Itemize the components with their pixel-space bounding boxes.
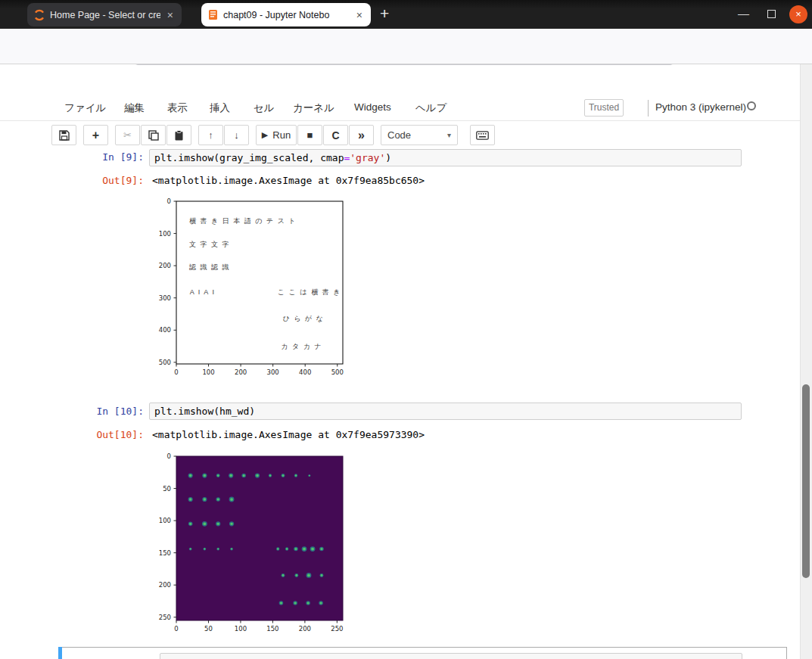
input-prompt: In [10]: — [58, 406, 144, 417]
svg-text:200: 200 — [299, 625, 311, 633]
move-cell-up-button[interactable]: ↑ — [198, 125, 223, 145]
svg-text:400: 400 — [299, 368, 311, 376]
svg-text:200: 200 — [159, 581, 171, 589]
selected-cell[interactable] — [58, 647, 787, 659]
svg-text:50: 50 — [204, 625, 213, 633]
svg-text:横 書 き 日 本 語 の テ ス ト: 横 書 き 日 本 語 の テ ス ト — [189, 217, 297, 225]
cell-type-dropdown[interactable]: Code ▾ — [381, 125, 458, 145]
svg-text:250: 250 — [159, 614, 171, 621]
menu-insert[interactable]: 挿入 — [210, 101, 230, 115]
svg-text:100: 100 — [235, 625, 247, 633]
menu-cell[interactable]: セル — [254, 101, 275, 115]
restart-run-all-button[interactable]: » — [349, 125, 374, 145]
trusted-badge: Trusted — [584, 99, 624, 117]
output-text: <matplotlib.image.AxesImage at 0x7f9ea85… — [152, 175, 425, 186]
add-cell-button[interactable]: + — [83, 125, 108, 145]
paste-icon — [174, 130, 184, 141]
cut-cell-button[interactable]: ✂ — [115, 125, 140, 145]
new-tab-button[interactable]: + — [380, 5, 389, 23]
svg-text:0: 0 — [174, 368, 178, 376]
copy-cell-button[interactable] — [141, 125, 166, 145]
selected-cell-indicator — [58, 647, 62, 659]
chevron-down-icon: ▾ — [447, 131, 451, 139]
browser-tab-notebook[interactable]: chapt09 - Jupyter Notebo × — [201, 3, 371, 26]
output-prompt: Out[9]: — [58, 175, 144, 186]
matplotlib-figure-heatmap: 050100150200250050100150200250 — [151, 451, 350, 642]
svg-text:150: 150 — [159, 549, 171, 557]
code-input[interactable]: plt.imshow(gray_img_scaled, cmap='gray') — [149, 149, 742, 166]
browser-navbar: localhost:8888/notebooks/chapt09.ipynb ☆… — [0, 29, 812, 64]
menu-file[interactable]: ファイル — [64, 101, 106, 115]
menu-kernel[interactable]: カーネル — [293, 101, 334, 115]
run-button[interactable]: ▶ Run — [256, 125, 297, 145]
notebook-tab-icon — [207, 9, 219, 20]
menu-view[interactable]: 表示 — [167, 101, 188, 115]
code-input[interactable]: plt.imshow(hm_wd) — [149, 403, 742, 420]
browser-tab-home[interactable]: Home Page - Select or cre × — [27, 3, 182, 26]
plus-icon: + — [92, 129, 99, 142]
svg-text:300: 300 — [159, 294, 171, 302]
svg-text:0: 0 — [167, 197, 171, 205]
restart-kernel-button[interactable]: C — [323, 125, 348, 145]
svg-text:こ こ は 横 書 き: こ こ は 横 書 き — [278, 288, 341, 296]
output-text: <matplotlib.image.AxesImage at 0x7f9ea59… — [152, 429, 425, 440]
svg-text:文 字 文 字: 文 字 文 字 — [189, 241, 230, 248]
svg-text:200: 200 — [235, 368, 247, 376]
save-button[interactable] — [51, 125, 76, 145]
run-label: Run — [272, 129, 291, 141]
svg-text:100: 100 — [159, 230, 171, 238]
paste-cell-button[interactable] — [166, 125, 191, 145]
tab-title: Home Page - Select or cre — [50, 10, 160, 20]
svg-text:0: 0 — [167, 452, 171, 460]
tab-title: chapt09 - Jupyter Notebo — [223, 10, 350, 20]
jupyter-header: jupyter chapt09 (autosaved) ログアウト — [0, 65, 812, 95]
cut-icon: ✂ — [123, 129, 132, 141]
svg-text:0: 0 — [174, 625, 178, 633]
matplotlib-figure-gray-text: 01002003004005000100200300400500横 書 き 日 … — [151, 196, 350, 385]
svg-text:200: 200 — [159, 262, 171, 269]
run-icon: ▶ — [262, 130, 268, 140]
svg-text:認 識 認 識: 認 識 認 識 — [189, 263, 230, 271]
window-minimize-button[interactable]: — — [738, 7, 749, 20]
code-input[interactable] — [160, 653, 742, 659]
kernel-name: Python 3 (ipykernel) — [655, 101, 746, 113]
svg-text:100: 100 — [159, 517, 171, 524]
cell-type-value: Code — [387, 129, 411, 141]
svg-text:ひ ら が な: ひ ら が な — [282, 315, 324, 322]
save-icon — [59, 130, 70, 141]
move-cell-down-button[interactable]: ↓ — [224, 125, 249, 145]
svg-text:A I A I: A I A I — [190, 288, 216, 296]
kernel-idle-icon — [747, 101, 756, 110]
stop-icon: ■ — [307, 129, 313, 141]
svg-text:50: 50 — [163, 485, 171, 493]
fast-forward-icon: » — [358, 129, 365, 142]
notebook-area: In [9]: plt.imshow(gray_img_scaled, cmap… — [0, 148, 812, 659]
interrupt-kernel-button[interactable]: ■ — [297, 125, 322, 145]
keyboard-icon — [476, 131, 489, 140]
restart-icon: C — [331, 129, 339, 141]
window-close-button[interactable]: × — [789, 5, 807, 23]
menu-help[interactable]: ヘルプ — [415, 101, 446, 115]
tab-close-icon[interactable]: × — [354, 9, 365, 21]
kernel-divider — [648, 100, 649, 117]
svg-text:500: 500 — [331, 368, 344, 376]
svg-text:400: 400 — [159, 326, 171, 334]
svg-text:150: 150 — [266, 625, 278, 633]
command-palette-button[interactable] — [470, 125, 495, 145]
input-prompt: In [9]: — [58, 151, 144, 163]
tab-close-icon[interactable]: × — [165, 9, 176, 21]
browser-titlebar: Home Page - Select or cre × chapt09 - Ju… — [0, 0, 812, 29]
copy-icon — [148, 130, 159, 141]
output-prompt: Out[10]: — [58, 429, 144, 440]
jupyter-tab-icon — [33, 9, 45, 21]
svg-text:100: 100 — [202, 368, 214, 376]
svg-text:250: 250 — [331, 625, 343, 633]
window-maximize-button[interactable] — [767, 10, 776, 18]
arrow-down-icon: ↓ — [234, 129, 239, 141]
svg-text:カ タ カ ナ: カ タ カ ナ — [281, 343, 322, 350]
menu-widgets[interactable]: Widgets — [354, 101, 391, 113]
menu-edit[interactable]: 編集 — [124, 101, 145, 115]
notebook-toolbar: + ✂ ↑ ↓ ▶ Run ■ C » Code ▾ — [0, 122, 812, 148]
scrollbar-thumb[interactable] — [802, 384, 810, 578]
svg-text:300: 300 — [267, 368, 279, 376]
